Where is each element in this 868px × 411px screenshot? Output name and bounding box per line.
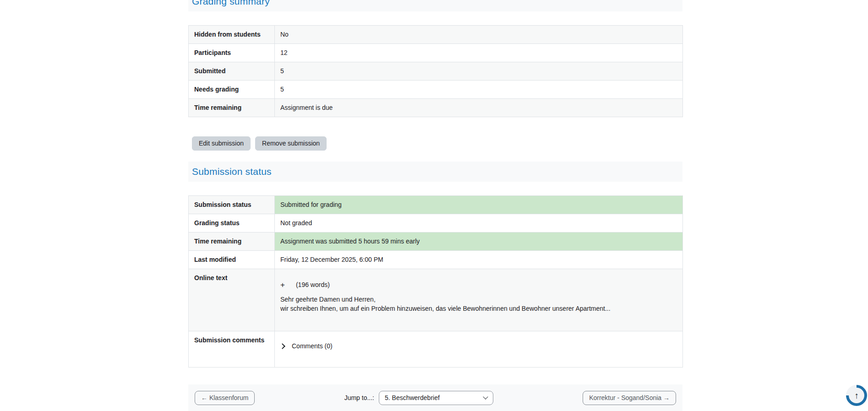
comments-toggle[interactable]: Comments (0)	[280, 342, 677, 350]
online-text-row: Online text + (196 words) Sehr geehrte D…	[189, 269, 683, 331]
edit-submission-button[interactable]: Edit submission	[192, 136, 251, 151]
submission-status-table: Submission status Submitted for grading …	[188, 195, 683, 368]
row-label: Submission status	[189, 196, 275, 214]
row-value: 5	[275, 81, 683, 99]
row-value: Assignment is due	[275, 99, 683, 117]
submission-status-title: Submission status	[192, 166, 272, 177]
row-label: Online text	[189, 269, 275, 331]
row-label: Last modified	[189, 251, 275, 269]
row-label: Time remaining	[189, 99, 275, 117]
activity-navigation: ← Klassenforum Jump to...: 5. Beschwerde…	[188, 384, 682, 411]
online-text-preview-line: wir schreiben Ihnen, um auf ein Problem …	[280, 304, 677, 313]
next-activity-button[interactable]: Korrektur - Sogand/Sonia →	[583, 391, 676, 405]
remove-submission-button[interactable]: Remove submission	[255, 136, 327, 151]
submission-comments-row: Submission comments Comments (0)	[189, 331, 683, 368]
time-remaining-value: Assignment was submitted 5 hours 59 mins…	[275, 233, 683, 251]
jump-to-selected-value: 5. Beschwerdebrief	[385, 394, 440, 401]
arrow-up-icon: ↑	[854, 391, 859, 400]
row-label: Participants	[189, 44, 275, 62]
table-row: Hidden from students No	[189, 26, 683, 44]
scroll-to-top-button[interactable]: ↑	[841, 380, 868, 410]
grading-summary-title: Grading summary	[192, 0, 270, 7]
row-label: Submission comments	[189, 331, 275, 368]
table-row: Grading status Not graded	[189, 214, 683, 233]
prev-activity-button[interactable]: ← Klassenforum	[195, 391, 255, 405]
row-label: Needs grading	[189, 81, 275, 99]
row-value: No	[275, 26, 683, 44]
jump-to-select[interactable]: 5. Beschwerdebrief	[379, 391, 493, 405]
grading-status-value: Not graded	[275, 214, 683, 233]
row-value: 12	[275, 44, 683, 62]
online-text-preview: Sehr geehrte Damen und Herren, wir schre…	[280, 295, 677, 313]
row-label: Grading status	[189, 214, 275, 233]
word-count: (196 words)	[296, 281, 330, 289]
comments-cell: Comments (0)	[275, 331, 683, 368]
chevron-down-icon	[483, 394, 488, 399]
jump-to-group: Jump to...: 5. Beschwerdebrief	[344, 391, 493, 405]
main-content: Grading summary Hidden from students No …	[188, 0, 682, 411]
online-text-expand-row: + (196 words)	[280, 281, 677, 289]
grading-summary-header: Grading summary	[188, 0, 682, 11]
table-row: Last modified Friday, 12 December 2025, …	[189, 251, 683, 269]
submission-status-value: Submitted for grading	[275, 196, 683, 214]
jump-to-label: Jump to...:	[344, 394, 374, 401]
submission-action-buttons: Edit submission Remove submission	[188, 136, 682, 151]
submission-status-header: Submission status	[188, 162, 682, 182]
online-text-cell: + (196 words) Sehr geehrte Damen und Her…	[275, 269, 683, 331]
row-label: Time remaining	[189, 233, 275, 251]
row-label: Submitted	[189, 62, 275, 81]
grading-summary-table: Hidden from students No Participants 12 …	[188, 25, 683, 117]
table-row: Needs grading 5	[189, 81, 683, 99]
table-row: Participants 12	[189, 44, 683, 62]
table-row: Submitted 5	[189, 62, 683, 81]
table-row: Time remaining Assignment was submitted …	[189, 233, 683, 251]
comments-link[interactable]: Comments (0)	[292, 342, 333, 350]
table-row: Submission status Submitted for grading	[189, 196, 683, 214]
table-row: Time remaining Assignment is due	[189, 99, 683, 117]
row-value: 5	[275, 62, 683, 81]
chevron-right-icon	[279, 343, 285, 349]
last-modified-value: Friday, 12 December 2025, 6:00 PM	[275, 251, 683, 269]
row-label: Hidden from students	[189, 26, 275, 44]
online-text-preview-line: Sehr geehrte Damen und Herren,	[280, 295, 677, 304]
expand-plus-icon[interactable]: +	[280, 281, 285, 289]
